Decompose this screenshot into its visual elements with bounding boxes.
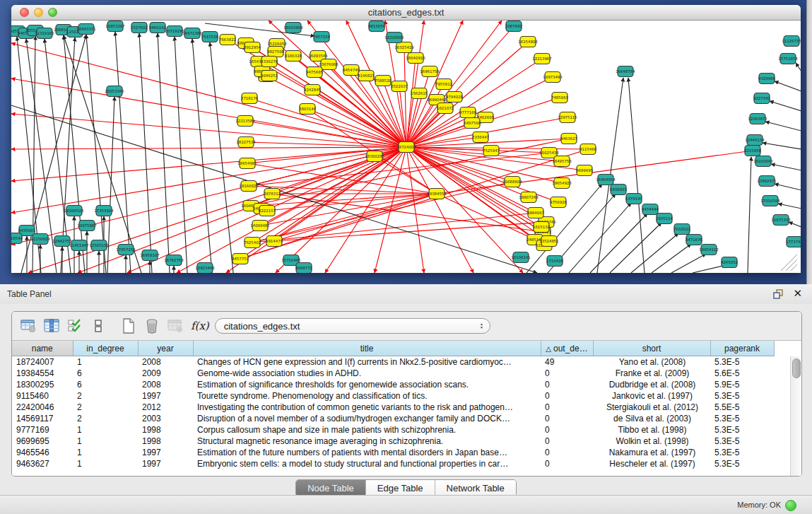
table-cell[interactable]: 5.3E-5	[710, 447, 774, 458]
graph-node[interactable]: 12093872	[748, 114, 767, 124]
table-scrollbar-thumb[interactable]	[792, 358, 801, 378]
graph-node[interactable]: 9463627	[560, 134, 577, 144]
table-column-icon[interactable]	[41, 316, 62, 336]
column-header-in_degree[interactable]: in_degree	[73, 341, 138, 356]
table-cell[interactable]: 1997	[138, 447, 193, 458]
graph-node[interactable]: 11316160	[35, 28, 54, 39]
graph-node[interactable]: 11451947	[69, 240, 88, 251]
table-cell[interactable]: Stergiakouli et al. (2012)	[593, 402, 710, 413]
graph-node[interactable]: 18807249	[519, 192, 539, 203]
graph-node[interactable]: 10853287	[105, 21, 124, 32]
column-header-short[interactable]: short	[593, 341, 710, 356]
graph-node[interactable]: 15751874	[778, 54, 798, 64]
select-rows-icon[interactable]	[64, 316, 86, 336]
table-cell[interactable]: Estimation of significance thresholds fo…	[193, 379, 541, 390]
table-cell[interactable]: 2	[73, 402, 138, 413]
graph-node[interactable]: 3046251	[261, 71, 278, 81]
table-row[interactable]: 946362711997Embryonic stem cells: a mode…	[12, 458, 774, 469]
graph-node[interactable]: 9756928	[550, 197, 567, 208]
table-cell[interactable]: 2008	[138, 379, 193, 390]
graph-node[interactable]: 7663822	[219, 35, 236, 45]
graph-node[interactable]: 17016504	[760, 196, 780, 206]
graph-node[interactable]: 6379197	[625, 194, 642, 204]
network-canvas[interactable]: 1872400776638228860128891295416543398234…	[11, 21, 801, 273]
graph-node[interactable]: 8222157	[259, 206, 276, 216]
table-cell[interactable]: Changes of HCN gene expression and I(f) …	[193, 356, 541, 368]
graph-node[interactable]: 7485063	[551, 93, 568, 103]
graph-node[interactable]: 2935114	[656, 214, 673, 224]
graph-node[interactable]: 20053346	[105, 86, 124, 97]
table-cell[interactable]: 5.3E-5	[710, 390, 774, 402]
column-header-name[interactable]: name	[12, 341, 73, 356]
graph-node[interactable]: 16325419	[394, 42, 414, 53]
graph-node[interactable]: 11126735	[782, 36, 801, 47]
table-cell[interactable]: 0	[541, 402, 593, 413]
table-cell[interactable]: 6	[73, 379, 138, 390]
graph-node[interactable]: 6497568	[464, 118, 481, 129]
table-cell[interactable]: 0	[541, 447, 593, 458]
graph-node[interactable]: 2336447	[472, 132, 489, 143]
graph-node[interactable]: 16033809	[283, 23, 303, 33]
graph-node[interactable]: 8813054	[368, 21, 386, 32]
table-row[interactable]: 2242004622012Investigating the contribut…	[12, 402, 774, 413]
table-cell[interactable]: Structural magnetic resonance image aver…	[193, 436, 541, 447]
graph-node[interactable]: 12444134	[745, 135, 765, 146]
graph-node[interactable]: 16648784	[616, 66, 635, 77]
graph-node[interactable]: 9475685	[306, 67, 323, 78]
table-cell[interactable]: 0	[541, 436, 593, 447]
graph-node[interactable]: 19654923	[552, 178, 571, 189]
graph-node[interactable]: 9115460	[579, 144, 597, 155]
graph-node[interactable]: 16210643	[753, 156, 772, 167]
table-cell[interactable]: 1	[73, 356, 138, 368]
table-row[interactable]: 969969511998Structural magnetic resonanc…	[12, 436, 774, 447]
graph-node[interactable]: 7515526	[201, 32, 219, 42]
column-header-out_de[interactable]: △out_de…	[541, 341, 593, 356]
graph-node[interactable]: 9884067	[527, 208, 544, 218]
table-row[interactable]: 1938455462009Genome-wide association stu…	[12, 368, 774, 379]
graph-node[interactable]: 16671388	[182, 28, 202, 39]
graph-node[interactable]: 9242845	[304, 85, 321, 95]
graph-node[interactable]: 2087682	[505, 21, 522, 32]
table-cell[interactable]: 22420046	[12, 402, 73, 413]
table-cell[interactable]: 0	[541, 424, 593, 436]
graph-node[interactable]: 9777169	[459, 107, 477, 118]
table-cell[interactable]: 5.6E-5	[710, 368, 774, 379]
graph-node[interactable]: 17353924	[94, 206, 114, 216]
table-cell[interactable]: 1	[73, 458, 138, 469]
graph-node[interactable]: 14099485	[250, 221, 269, 231]
graph-node[interactable]: 18107534	[236, 137, 256, 148]
table-cell[interactable]: Tibbo et al. (1998)	[593, 424, 710, 436]
graph-node[interactable]: 3878312	[264, 189, 281, 199]
table-cell[interactable]: 2008	[138, 356, 193, 368]
graph-node[interactable]: 2803144	[299, 104, 317, 115]
table-cell[interactable]: Franke et al. (2009)	[593, 368, 710, 379]
graph-node[interactable]: 9474444	[642, 204, 659, 215]
network-window[interactable]: citations_edges.txt	[11, 5, 801, 273]
table-cell[interactable]: Investigating the contribution of common…	[193, 402, 541, 413]
graph-node[interactable]: 11675333	[771, 215, 790, 226]
table-scrollbar[interactable]	[790, 356, 801, 476]
new-table-icon[interactable]	[118, 316, 139, 336]
float-panel-icon[interactable]	[772, 288, 784, 300]
table-cell[interactable]: 1998	[138, 424, 193, 436]
table-cell[interactable]: 49	[541, 356, 593, 368]
table-cell[interactable]: 1	[73, 424, 138, 436]
graph-node[interactable]: 9794028	[446, 92, 464, 103]
table-cell[interactable]: 2	[73, 413, 138, 424]
graph-node[interactable]: 9245052	[721, 257, 738, 268]
graph-node[interactable]: 1621072	[437, 103, 454, 114]
graph-node[interactable]: 10654112	[699, 245, 718, 255]
table-cell[interactable]: 18724007	[12, 356, 73, 368]
graph-node[interactable]: 4336278	[261, 57, 278, 67]
graph-node[interactable]: 13524851	[539, 236, 558, 247]
graph-node[interactable]: 18495758	[552, 156, 572, 167]
graph-node[interactable]: 1615132	[533, 222, 550, 233]
graph-node[interactable]: 8215958	[744, 146, 762, 156]
table-cell[interactable]: 2009	[138, 368, 193, 379]
table-cell[interactable]: Wolkin et al. (1998)	[593, 436, 710, 447]
table-cell[interactable]: de Silva et al. (2003)	[593, 413, 710, 424]
table-cell[interactable]: Jankovic et al. (1997)	[593, 390, 710, 402]
graph-node[interactable]: 1527602	[131, 23, 148, 33]
table-selector-dropdown[interactable]: citations_edges.txt ▲ ▼	[215, 318, 490, 334]
graph-node[interactable]: 7955812	[435, 79, 452, 90]
